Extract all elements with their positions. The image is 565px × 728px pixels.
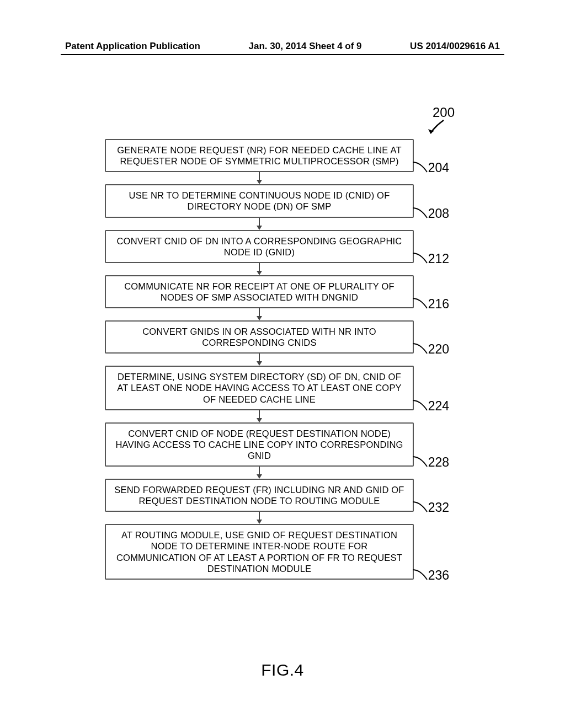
flow-box: DETERMINE, USING SYSTEM DIRECTORY (SD) O… bbox=[105, 366, 414, 410]
flow-box: CONVERT CNID OF DN INTO A CORRESPONDING … bbox=[105, 230, 414, 263]
flow-step-204: GENERATE NODE REQUEST (NR) FOR NEEDED CA… bbox=[105, 139, 414, 172]
flow-step-224: DETERMINE, USING SYSTEM DIRECTORY (SD) O… bbox=[105, 366, 414, 410]
flow-box: CONVERT CNID OF NODE (REQUEST DESTINATIO… bbox=[105, 422, 414, 467]
lead-line-icon bbox=[413, 398, 429, 413]
flow-box: GENERATE NODE REQUEST (NR) FOR NEEDED CA… bbox=[105, 139, 414, 172]
lead-line-icon bbox=[413, 454, 429, 469]
flow-connector bbox=[105, 218, 414, 230]
header-center: Jan. 30, 2014 Sheet 4 of 9 bbox=[249, 41, 362, 52]
page-header: Patent Application Publication Jan. 30, … bbox=[0, 41, 565, 52]
page-root: Patent Application Publication Jan. 30, … bbox=[0, 0, 565, 728]
flow-connector bbox=[105, 410, 414, 422]
reference-numeral: 232 bbox=[428, 500, 449, 515]
flow-step-212: CONVERT CNID OF DN INTO A CORRESPONDING … bbox=[105, 230, 414, 263]
reference-numeral: 204 bbox=[428, 160, 449, 175]
reference-numeral: 216 bbox=[428, 297, 449, 312]
lead-line-icon bbox=[413, 341, 429, 356]
header-left: Patent Application Publication bbox=[65, 41, 200, 52]
header-rule bbox=[61, 54, 504, 55]
flow-step-232: SEND FORWARDED REQUEST (FR) INCLUDING NR… bbox=[105, 479, 414, 512]
flow-connector bbox=[105, 263, 414, 275]
flow-connector bbox=[105, 308, 414, 320]
header-row: Patent Application Publication Jan. 30, … bbox=[0, 41, 565, 52]
lead-line-icon bbox=[413, 568, 429, 582]
flow-step-208: USE NR TO DETERMINE CONTINUOUS NODE ID (… bbox=[105, 184, 414, 217]
flow-box: CONVERT GNIDS IN OR ASSOCIATED WITH NR I… bbox=[105, 320, 414, 354]
flow-box: SEND FORWARDED REQUEST (FR) INCLUDING NR… bbox=[105, 479, 414, 512]
lead-line-icon bbox=[413, 251, 429, 265]
flow-step-228: CONVERT CNID OF NODE (REQUEST DESTINATIO… bbox=[105, 422, 414, 467]
flow-connector bbox=[105, 354, 414, 366]
reference-numeral: 236 bbox=[428, 568, 449, 583]
flow-box: AT ROUTING MODULE, USE GNID OF REQUEST D… bbox=[105, 524, 414, 580]
reference-numeral: 228 bbox=[428, 455, 449, 470]
flowchart: GENERATE NODE REQUEST (NR) FOR NEEDED CA… bbox=[105, 139, 414, 580]
reference-numeral: 212 bbox=[428, 251, 449, 266]
reference-numeral-main: 200 bbox=[433, 105, 455, 120]
reference-arrow-icon bbox=[427, 119, 447, 136]
reference-numeral: 208 bbox=[428, 206, 449, 221]
lead-line-icon bbox=[413, 500, 429, 514]
reference-numeral: 224 bbox=[428, 399, 449, 414]
figure-caption: FIG.4 bbox=[0, 661, 565, 679]
lead-line-icon bbox=[413, 296, 429, 311]
flow-step-220: CONVERT GNIDS IN OR ASSOCIATED WITH NR I… bbox=[105, 320, 414, 354]
flow-step-216: COMMUNICATE NR FOR RECEIPT AT ONE OF PLU… bbox=[105, 275, 414, 308]
flow-box: COMMUNICATE NR FOR RECEIPT AT ONE OF PLU… bbox=[105, 275, 414, 308]
header-right: US 2014/0029616 A1 bbox=[410, 41, 500, 52]
flow-step-236: AT ROUTING MODULE, USE GNID OF REQUEST D… bbox=[105, 524, 414, 580]
lead-line-icon bbox=[413, 160, 429, 174]
flow-box: USE NR TO DETERMINE CONTINUOUS NODE ID (… bbox=[105, 184, 414, 217]
flow-connector bbox=[105, 467, 414, 479]
flow-connector bbox=[105, 172, 414, 184]
reference-numeral: 220 bbox=[428, 342, 449, 357]
lead-line-icon bbox=[413, 206, 429, 220]
flow-connector bbox=[105, 512, 414, 524]
